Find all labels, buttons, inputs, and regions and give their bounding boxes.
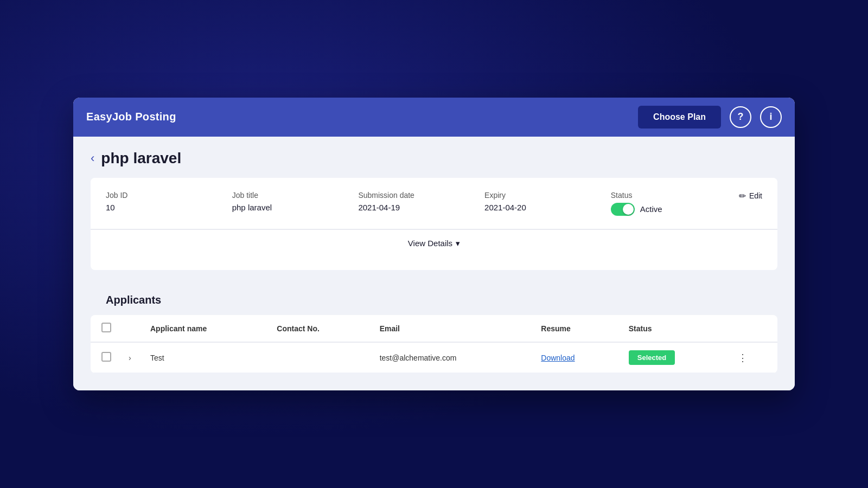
expiry-label: Expiry bbox=[484, 191, 611, 200]
status-badge: Selected bbox=[629, 350, 675, 365]
submission-date-label: Submission date bbox=[358, 191, 484, 200]
th-resume: Resume bbox=[532, 315, 620, 342]
job-details-card: Job ID 10 Job title php laravel Submissi… bbox=[91, 178, 777, 229]
header-checkbox[interactable] bbox=[101, 323, 111, 332]
back-arrow-icon: ‹ bbox=[91, 151, 94, 165]
help-icon[interactable]: ? bbox=[730, 106, 751, 128]
th-status: Status bbox=[620, 315, 729, 342]
resume-cell: Download bbox=[532, 342, 620, 373]
page-title-row: ‹ php laravel bbox=[91, 150, 777, 167]
submission-date-field: Submission date 2021-04-19 bbox=[358, 191, 484, 212]
more-menu-cell: ⋮ bbox=[729, 342, 777, 373]
expiry-field: Expiry 2021-04-20 bbox=[484, 191, 611, 212]
main-container: EasyJob Posting Choose Plan ? i ‹ php la… bbox=[73, 98, 795, 391]
applicant-name-cell: Test bbox=[142, 342, 268, 373]
expand-arrow-icon[interactable]: › bbox=[129, 354, 131, 362]
applicants-title: Applicants bbox=[91, 283, 777, 315]
job-id-value: 10 bbox=[106, 203, 232, 212]
view-details-arrow-icon: ▾ bbox=[456, 239, 460, 248]
th-expand bbox=[120, 315, 142, 342]
header: EasyJob Posting Choose Plan ? i bbox=[73, 98, 795, 137]
email-value: test@alchemative.com bbox=[380, 354, 457, 362]
edit-icon: ✏ bbox=[739, 191, 746, 201]
table-row: › Test test@alchemative.com bbox=[91, 342, 777, 373]
table-header-row: Applicant name Contact No. Email Resume … bbox=[91, 315, 777, 342]
applicant-name: Test bbox=[150, 354, 164, 362]
back-button[interactable]: ‹ bbox=[91, 151, 94, 165]
job-title-value: php laravel bbox=[232, 203, 359, 212]
edit-label: Edit bbox=[749, 191, 762, 200]
view-details-section: View Details ▾ bbox=[91, 229, 777, 258]
resume-download-link[interactable]: Download bbox=[541, 354, 575, 362]
expiry-value: 2021-04-20 bbox=[484, 203, 611, 212]
row-checkbox-cell bbox=[91, 342, 120, 373]
th-checkbox bbox=[91, 315, 120, 342]
th-applicant-name: Applicant name bbox=[142, 315, 268, 342]
status-active-label: Active bbox=[640, 204, 662, 214]
info-icon[interactable]: i bbox=[760, 106, 782, 128]
job-id-field: Job ID 10 bbox=[106, 191, 232, 212]
th-email: Email bbox=[371, 315, 533, 342]
job-fields-row: Job ID 10 Job title php laravel Submissi… bbox=[106, 191, 762, 216]
more-menu-icon[interactable]: ⋮ bbox=[738, 352, 749, 363]
page-title: php laravel bbox=[101, 150, 181, 167]
content-area: ‹ php laravel Job ID 10 Job title php la… bbox=[73, 137, 795, 391]
th-actions bbox=[729, 315, 777, 342]
app-logo: EasyJob Posting bbox=[86, 111, 176, 123]
header-actions: Choose Plan ? i bbox=[638, 106, 782, 129]
choose-plan-button[interactable]: Choose Plan bbox=[638, 106, 721, 129]
applicants-table: Applicant name Contact No. Email Resume … bbox=[91, 315, 777, 373]
edit-button[interactable]: ✏ Edit bbox=[739, 191, 762, 201]
contact-cell bbox=[268, 342, 371, 373]
status-cell: Selected bbox=[620, 342, 729, 373]
view-details-button[interactable]: View Details ▾ bbox=[408, 239, 460, 248]
row-expand-cell: › bbox=[120, 342, 142, 373]
job-id-label: Job ID bbox=[106, 191, 232, 200]
row-checkbox[interactable] bbox=[101, 352, 111, 362]
applicants-section: Applicants Applicant name Contact No. Em… bbox=[91, 283, 777, 373]
th-contact: Contact No. bbox=[268, 315, 371, 342]
applicants-card: Applicant name Contact No. Email Resume … bbox=[91, 315, 777, 373]
job-title-field: Job title php laravel bbox=[232, 191, 359, 212]
submission-date-value: 2021-04-19 bbox=[358, 203, 484, 212]
job-card-wrapper: Job ID 10 Job title php laravel Submissi… bbox=[91, 178, 777, 271]
toggle-knob bbox=[623, 204, 634, 215]
status-toggle-row: Active bbox=[611, 203, 762, 216]
email-cell: test@alchemative.com bbox=[371, 342, 533, 373]
status-toggle[interactable] bbox=[611, 203, 635, 216]
job-title-label: Job title bbox=[232, 191, 359, 200]
view-details-label: View Details bbox=[408, 239, 452, 248]
